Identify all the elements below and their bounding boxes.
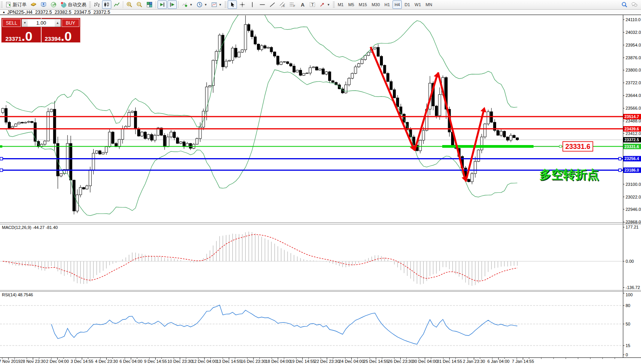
vertical-line-button[interactable]: [248, 0, 257, 9]
candles-icon: [104, 2, 110, 8]
trendline-button[interactable]: [268, 0, 277, 9]
one-click-trading-panel: SELL ▼ 1.00 ▲ BUY 23371.0 23394.0: [1, 18, 81, 43]
timeframe-mn-button[interactable]: MN: [424, 0, 434, 9]
time-axis-label: 22 Dec 23:30: [314, 359, 339, 364]
time-axis-label: 12 Dec 04:00: [192, 359, 217, 364]
svg-text:多空转折点: 多空转折点: [539, 168, 599, 181]
periods-button[interactable]: ▼: [195, 0, 209, 9]
zoom-in-icon: [126, 2, 133, 8]
toolbar-grip: [1, 2, 3, 8]
crosshair-icon: [239, 2, 245, 8]
timeframe-h4-button[interactable]: H4: [393, 0, 402, 9]
macd-axis-label: 0.00: [626, 259, 634, 264]
chart-canvas[interactable]: 23331.6多空转折点多空转折点24110.024032.023954.023…: [0, 0, 641, 364]
chevron-down-icon[interactable]: ▼: [204, 3, 207, 7]
volume-decrease-button[interactable]: ▼: [22, 19, 28, 27]
time-axis-label: 24 Dec 04:00: [339, 359, 364, 364]
tiles-icon: [146, 2, 153, 8]
timeframe-d1-button[interactable]: D1: [403, 0, 412, 9]
timeframe-w1-button[interactable]: W1: [413, 0, 423, 9]
line-handle[interactable]: [0, 145, 2, 148]
timeframe-m5-button[interactable]: M5: [346, 0, 356, 9]
signals-button[interactable]: [49, 0, 58, 9]
toolbar-separator: [123, 1, 123, 8]
volume-stepper: ▼ 1.00 ▲: [22, 19, 61, 27]
svg-text:23439.6: 23439.6: [624, 127, 639, 131]
template-icon: [211, 2, 217, 8]
autoscroll-icon: [159, 2, 165, 8]
rsi-axis-label: 100: [626, 292, 633, 297]
time-axis-label: 27 Nov 2019: [0, 359, 20, 364]
timeframe-h1-button[interactable]: H1: [383, 0, 392, 9]
time-axis-label: 18 Dec 04:00: [265, 359, 290, 364]
chart-shift-button[interactable]: [168, 0, 177, 9]
text-label-button[interactable]: T: [308, 0, 317, 9]
cursor-button[interactable]: [228, 0, 237, 9]
chevron-down-icon[interactable]: ▼: [219, 3, 222, 7]
rsi-axis-label: 50: [626, 322, 630, 326]
rsi-label: RSI(14) 48.7546: [2, 292, 33, 297]
axis-price-label: 24110.0: [626, 17, 641, 22]
clock-icon: [196, 2, 203, 8]
chevron-down-icon[interactable]: ▼: [190, 3, 193, 7]
fibonacci-button[interactable]: F: [288, 0, 297, 9]
svg-text:F: F: [294, 5, 295, 7]
cursor-icon: [229, 2, 235, 8]
shift-icon: [169, 2, 175, 8]
signal-icon: [50, 2, 57, 8]
arrows-button[interactable]: ▼: [318, 0, 332, 9]
cn-annotation[interactable]: 多空转折点多空转折点: [539, 168, 600, 182]
main-toolbar: 新订单自动交易▼▼▼EFAT▼M1M5M15M30H1H4D1W1MN: [0, 0, 641, 10]
timeframe-m1-button[interactable]: M1: [336, 0, 346, 9]
auto-trading-button[interactable]: 自动交易: [59, 0, 88, 9]
crosshair-button[interactable]: [238, 0, 247, 9]
text-button[interactable]: A: [298, 0, 307, 9]
tile-windows-button[interactable]: [145, 0, 154, 9]
candle-chart-button[interactable]: [102, 0, 111, 9]
equidistant-channel-button[interactable]: E: [278, 0, 287, 9]
time-axis[interactable]: 27 Nov 201928 Nov 23:302 Dec 04:003 Dec …: [0, 358, 615, 364]
toolbar-separator: [156, 1, 156, 8]
line-handle[interactable]: [0, 157, 3, 160]
timeframe-m15-button[interactable]: M15: [357, 0, 369, 9]
svg-text:23372.5: 23372.5: [624, 137, 639, 142]
trendline-icon: [269, 2, 275, 8]
indicators-button[interactable]: ▼: [180, 0, 194, 9]
buy-button[interactable]: BUY: [62, 19, 79, 27]
horizontal-line-button[interactable]: [258, 0, 267, 9]
chevron-down-icon[interactable]: ▼: [327, 3, 330, 7]
axis-price-label: 23954.0: [626, 43, 641, 47]
axis-price-label: 23644.0: [626, 93, 641, 98]
collapse-icon[interactable]: ▲: [2, 10, 5, 14]
bar-chart-button[interactable]: [92, 0, 101, 9]
community-chat-button[interactable]: [630, 0, 639, 9]
sell-price: 23371.0: [5, 30, 32, 42]
templates-button[interactable]: ▼: [210, 0, 223, 9]
time-axis-label: 9 Dec 14:55: [144, 359, 167, 364]
timeframe-m30-button[interactable]: M30: [370, 0, 382, 9]
search-button[interactable]: [620, 0, 629, 9]
axis-price-label: 22868.0: [626, 220, 641, 224]
toolbar-grip: [89, 2, 91, 8]
zoom-out-button[interactable]: [135, 0, 144, 9]
line-chart-button[interactable]: [112, 0, 121, 9]
sell-button[interactable]: SELL: [2, 19, 21, 27]
chat-icon: [631, 2, 638, 8]
line-handle[interactable]: [0, 169, 3, 172]
new-order-button[interactable]: 新订单: [4, 0, 28, 9]
market-watch-button[interactable]: [39, 0, 48, 9]
metaeditor-button[interactable]: [29, 0, 38, 9]
auto-scroll-button[interactable]: [158, 0, 167, 9]
zoom-in-button[interactable]: [125, 0, 134, 9]
line-handle[interactable]: [619, 169, 621, 172]
volume-increase-button[interactable]: ▲: [55, 19, 60, 27]
line-handle[interactable]: [619, 157, 621, 160]
svg-text:T: T: [311, 2, 314, 7]
open-value: 23372.5: [35, 10, 52, 15]
vline-icon: [249, 2, 255, 8]
axis-price-label: 23488.0: [626, 119, 641, 123]
volume-value[interactable]: 1.00: [28, 19, 55, 27]
time-axis-label: 10 Dec 23:30: [167, 359, 192, 364]
svg-text:A: A: [301, 2, 305, 8]
time-axis-label: 6 Jan 04:00: [487, 359, 510, 364]
